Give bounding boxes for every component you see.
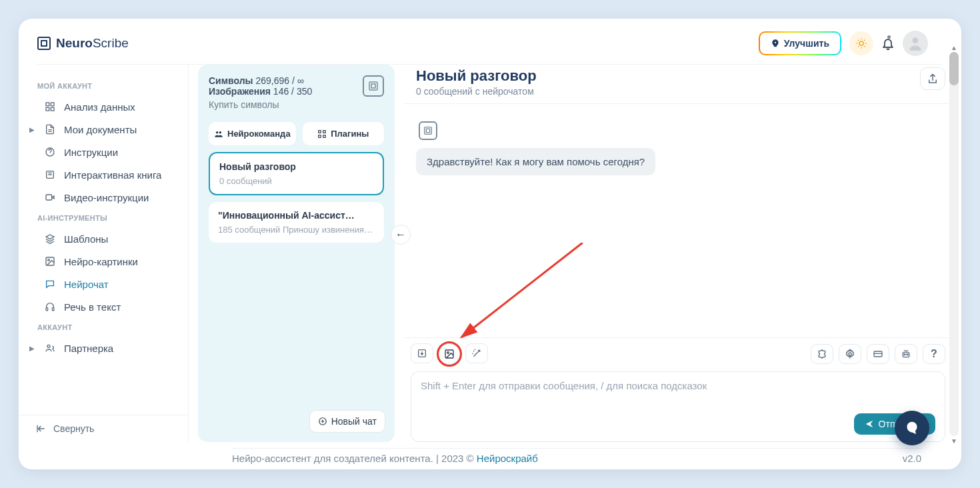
sidebar-section-account: МОЙ АККАУНТ (19, 77, 188, 95)
app-footer: Нейро-ассистент для создателей контента.… (232, 448, 921, 468)
sidebar-item-neuro-images[interactable]: Нейро-картинки (19, 250, 188, 273)
help-button[interactable]: ? (923, 344, 945, 364)
conversation-title: Новый разговор (219, 161, 373, 172)
avatar-icon (907, 35, 924, 52)
upgrade-button[interactable]: Улучшить (759, 31, 841, 55)
grid-icon (44, 101, 56, 113)
share-icon (927, 73, 939, 85)
sidebar-label: Нейрочат (64, 279, 109, 290)
bell-icon (881, 37, 895, 50)
magic-wand-icon (471, 348, 482, 359)
composer-actions: Отправить (421, 413, 935, 435)
chat-header: Новый разговор 0 сообщений с нейрочатом (404, 65, 952, 103)
sun-icon (855, 37, 867, 49)
svg-rect-12 (52, 307, 54, 311)
tab-neuroteam[interactable]: Нейрокоманда (209, 122, 296, 145)
collapse-label: Свернуть (53, 423, 94, 434)
scroll-up-arrow[interactable]: ▲ (949, 43, 959, 52)
sidebar-item-video-instructions[interactable]: Видео-инструкции (19, 186, 188, 209)
app-header: NeuroScribe Улучшить (19, 19, 961, 60)
users-icon (44, 342, 56, 354)
sidebar-label: Инструкции (64, 147, 118, 158)
sidebar-item-instructions[interactable]: Инструкции (19, 141, 188, 163)
card-button[interactable] (867, 344, 889, 364)
svg-point-29 (849, 353, 851, 355)
conversation-sub: 0 сообщений (219, 176, 373, 186)
sidebar-label: Анализ данных (64, 101, 135, 113)
symbols-value: 269,696 / ∞ (255, 75, 303, 86)
magic-button[interactable] (465, 343, 488, 363)
tab-neuroteam-label: Нейрокоманда (227, 129, 291, 139)
robot-button[interactable] (895, 344, 917, 364)
svg-rect-11 (46, 307, 48, 311)
svg-point-1 (913, 37, 919, 43)
svg-rect-15 (371, 84, 375, 88)
settings-button[interactable] (839, 344, 861, 364)
footer-text: Нейро-ассистент для создателей контента.… (232, 453, 538, 464)
sidebar-label: Партнерка (64, 343, 113, 354)
user-avatar[interactable] (903, 31, 928, 56)
composer: Отправить (411, 371, 945, 442)
sidebar-item-speech-to-text[interactable]: Речь в текст (19, 295, 188, 318)
collapse-panel-handle[interactable]: ← (391, 225, 411, 245)
svg-rect-24 (426, 129, 429, 132)
gear-icon (845, 349, 855, 359)
svg-point-0 (859, 41, 863, 45)
brand-logo[interactable]: NeuroScribe (37, 36, 129, 51)
svg-point-33 (907, 354, 908, 355)
bot-icon (423, 125, 433, 136)
svg-rect-20 (319, 135, 321, 137)
bot-message-bubble: Здравствуйте! Как я могу вам помочь сего… (416, 148, 655, 175)
chat-subtitle: 0 сообщений с нейрочатом (416, 86, 537, 97)
collapse-icon (36, 423, 47, 434)
share-button[interactable] (920, 67, 945, 90)
conversation-card[interactable]: "Инновационный AI-ассист… 185 сообщений … (209, 202, 384, 243)
notifications-button[interactable] (881, 37, 895, 50)
sidebar-item-partner[interactable]: ▶ Партнерка (19, 337, 188, 359)
sidebar-label: Интерактивная книга (64, 169, 161, 181)
card-icon (873, 349, 883, 359)
sidebar-item-interactive-book[interactable]: Интерактивная книга (19, 163, 188, 186)
sidebar-label: Речь в текст (64, 301, 121, 313)
sidebar-item-analytics[interactable]: Анализ данных (19, 95, 188, 118)
svg-point-10 (48, 259, 50, 261)
svg-point-13 (47, 345, 50, 347)
symbols-label: Символы (209, 75, 253, 86)
new-chat-button[interactable]: Новый чат (309, 410, 385, 433)
svg-line-25 (461, 243, 583, 337)
upgrade-label: Улучшить (784, 38, 829, 49)
buy-symbols-link[interactable]: Купить символы (209, 99, 312, 110)
sidebar-item-templates[interactable]: Шаблоны (19, 227, 188, 250)
notification-dot (887, 35, 891, 39)
svg-rect-21 (323, 135, 326, 137)
sidebar-section-account2: АККАУНТ (19, 318, 188, 337)
floating-help-button[interactable] (895, 411, 929, 445)
main-area: Символы 269,696 / ∞ Изображения 146 / 35… (189, 65, 961, 442)
theme-toggle[interactable] (849, 31, 873, 55)
sidebar-item-documents[interactable]: ▶ Мои документы (19, 118, 188, 141)
bot-message-row: Здравствуйте! Как я могу вам помочь сего… (416, 121, 940, 175)
tab-plugins[interactable]: Плагины (303, 122, 384, 145)
footer-brand-link[interactable]: Нейроскрайб (477, 453, 538, 464)
attach-file-button[interactable] (411, 343, 433, 363)
chat-icon (44, 278, 56, 290)
layers-icon (44, 233, 56, 245)
sidebar: МОЙ АККАУНТ Анализ данных ▶ Мои документ… (19, 65, 189, 442)
sidebar-label: Шаблоны (64, 233, 108, 245)
rocket-icon (771, 39, 780, 48)
sidebar-item-neurochat[interactable]: Нейрочат (19, 273, 188, 295)
extension-button[interactable] (811, 344, 833, 364)
conversations-panel: Символы 269,696 / ∞ Изображения 146 / 35… (198, 65, 395, 442)
send-icon (865, 419, 874, 429)
conversation-card[interactable]: Новый разговор 0 сообщений (209, 152, 384, 195)
sidebar-label: Нейро-картинки (64, 256, 138, 267)
composer-toolbar: ? (404, 338, 952, 369)
message-input[interactable] (421, 380, 935, 403)
collapse-sidebar-button[interactable]: Свернуть (19, 415, 188, 442)
chat-bubble-icon (905, 419, 919, 437)
plugins-icon (317, 129, 327, 139)
attach-image-button[interactable] (439, 343, 460, 365)
headphones-icon (44, 301, 56, 313)
svg-point-16 (216, 131, 219, 133)
image-icon (444, 349, 455, 359)
